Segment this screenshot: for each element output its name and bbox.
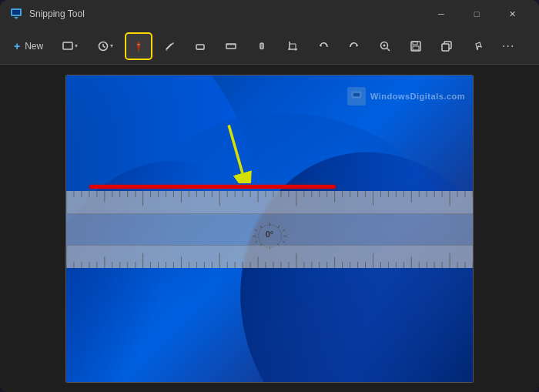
copy-button[interactable] [433,32,460,60]
svg-line-97 [260,226,262,228]
angle-indicator: 0° [249,219,291,240]
rectangle-icon [62,41,73,52]
share-icon [472,41,483,52]
svg-rect-3 [63,42,72,49]
toolbar: + New ▾ ▾ [0,28,539,65]
svg-marker-7 [137,42,140,51]
mode-rectangle-button[interactable]: ▾ [54,32,86,60]
svg-line-98 [278,226,280,228]
svg-line-10 [166,44,172,49]
app-title: Snipping Tool [29,8,85,19]
svg-line-6 [103,46,105,48]
undo-icon [318,41,329,52]
svg-rect-36 [442,44,449,51]
angle-value: 0° [266,230,274,239]
watermark-icon [347,87,366,106]
share-button[interactable] [464,32,491,60]
app-window: Snipping Tool ─ □ ✕ + New ▾ [0,0,539,392]
window-controls: ─ □ ✕ [424,2,530,26]
title-bar: Snipping Tool ─ □ ✕ [0,0,539,28]
bottom-ticks-svg [66,246,473,268]
new-button[interactable]: + New [6,32,51,60]
svg-line-31 [387,48,390,51]
svg-rect-34 [413,46,419,50]
copy-icon [441,41,452,52]
crop-button[interactable] [279,32,306,60]
title-bar-left: Snipping Tool [9,7,85,21]
delay-chevron-icon: ▾ [110,42,113,49]
ballpoint-pen-icon [132,40,145,52]
minimize-button[interactable]: ─ [424,2,459,26]
drawn-red-line [89,185,336,189]
redo-button[interactable] [340,32,368,60]
delay-button[interactable]: ▾ [89,32,122,60]
clock-icon [98,41,109,52]
ruler-tool-button[interactable] [217,32,245,60]
ballpoint-pen-button[interactable] [125,32,152,60]
redo-icon [349,41,360,52]
more-options-button[interactable]: ··· [494,32,522,60]
svg-line-103 [255,241,257,243]
new-label: New [25,41,43,52]
eraser-button[interactable] [186,32,214,60]
crop-icon [287,41,298,52]
svg-line-104 [283,241,285,243]
svg-marker-2 [14,17,18,19]
ellipsis-icon: ··· [502,39,514,53]
ruler-bottom [66,245,473,268]
pencil-button[interactable] [156,32,183,60]
svg-rect-13 [196,45,204,49]
top-ticks-svg [66,191,473,213]
canvas-area: WindowsDigitals.com [0,65,539,392]
pencil-icon [164,41,175,52]
svg-line-101 [255,230,257,231]
eraser-icon [195,41,206,52]
screenshot-container: WindowsDigitals.com [65,75,474,383]
save-icon [410,41,421,52]
ruler-overlay[interactable]: 0° [66,191,473,268]
ruler-tool-icon [226,41,236,52]
ruler-top [66,191,473,214]
zoom-in-icon [380,41,390,52]
plus-icon: + [14,40,20,52]
touch-icon [256,41,267,52]
maximize-button[interactable]: □ [459,2,494,26]
zoom-in-button[interactable] [371,32,399,60]
close-button[interactable]: ✕ [494,2,530,26]
svg-rect-38 [353,93,360,96]
save-button[interactable] [402,32,430,60]
touch-writing-button[interactable] [248,32,276,60]
undo-button[interactable] [310,32,337,60]
app-icon [9,7,23,21]
wd-icon [351,91,362,102]
ruler-middle: 0° [66,214,473,245]
svg-rect-1 [12,10,20,15]
watermark-text: WindowsDigitals.com [370,92,465,101]
svg-line-102 [283,230,285,231]
watermark: WindowsDigitals.com [347,87,465,106]
mode-chevron-icon: ▾ [75,42,78,49]
